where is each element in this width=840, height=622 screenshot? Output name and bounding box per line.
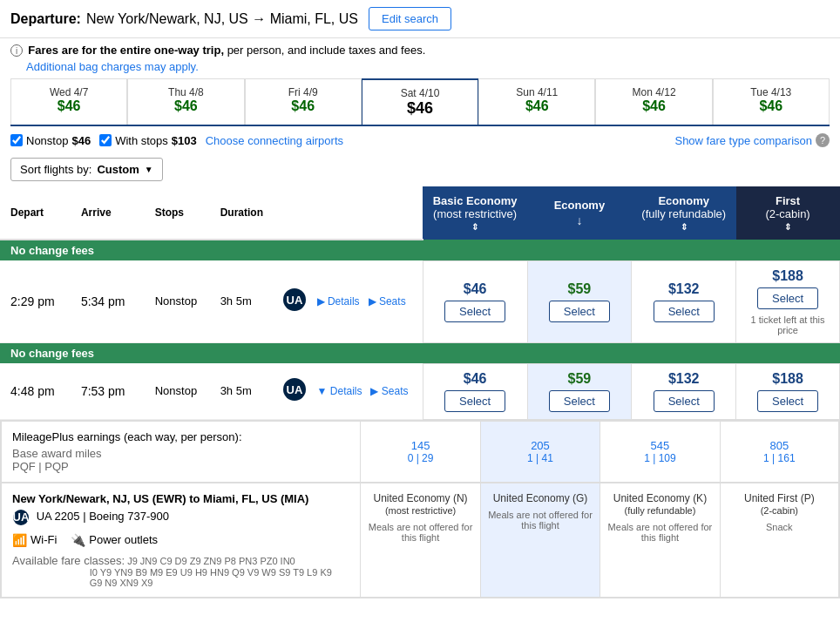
- date-tab-4[interactable]: Sun 4/11 $46: [478, 78, 595, 125]
- first-miles: 805: [726, 439, 833, 452]
- economy-fare-type: United Economy (G): [486, 492, 594, 504]
- no-change-fees-2: No change fees: [0, 342, 840, 363]
- economy-pqf: 1 | 41: [486, 452, 594, 464]
- united-logo-icon-2: UA: [282, 377, 307, 402]
- details-link-1[interactable]: ▶ Details: [317, 295, 360, 308]
- stops-2: Nonstop: [148, 363, 213, 419]
- wifi-label: Wi-Fi: [30, 533, 57, 546]
- col-depart-header: Depart: [0, 187, 74, 240]
- date-label-6: Tue 4/13: [714, 86, 829, 98]
- sort-button[interactable]: Sort flights by: Custom ▼: [10, 158, 163, 181]
- base-award-label: Base award miles PQF | PQP: [12, 447, 349, 473]
- filter-bar: Nonstop $46 With stops $103 Choose conne…: [0, 126, 840, 154]
- bottom-info-section: MileagePlus earnings (each way, per pers…: [0, 420, 840, 598]
- aircraft: Boeing 737-900: [89, 510, 169, 523]
- select-basic-2[interactable]: Select: [444, 390, 505, 412]
- eco-ref-miles: 545: [606, 439, 714, 452]
- date-label-5: Mon 4/12: [596, 86, 711, 98]
- first-price-2: $188: [742, 371, 834, 387]
- ticket-note-1: 1 ticket left at this price: [742, 314, 834, 335]
- economy-price-cell-2: $59 Select: [527, 363, 632, 419]
- date-price-3: $46: [362, 99, 478, 118]
- basic-price-cell-2: $46 Select: [423, 363, 527, 419]
- select-first-1[interactable]: Select: [757, 287, 818, 309]
- flight-row-2: 4:48 pm 7:53 pm Nonstop 3h 5m UA ▼ Detai…: [0, 363, 840, 419]
- additional-charges: Additional bag charges may apply.: [0, 58, 840, 78]
- economy-price-cell-1: $59 Select: [527, 260, 632, 342]
- depart-time-1: 2:29 pm: [0, 260, 74, 342]
- date-tab-2[interactable]: Fri 4/9 $46: [245, 78, 362, 125]
- select-first-2[interactable]: Select: [757, 390, 818, 412]
- section-header-row-2: No change fees: [0, 342, 840, 363]
- no-change-fees-1: No change fees: [0, 240, 840, 261]
- date-price-0: $46: [11, 98, 126, 114]
- united-small-icon: UA: [12, 509, 30, 526]
- eco-ref-price-2: $132: [637, 371, 730, 387]
- miles-table: MileagePlus earnings (each way, per pers…: [1, 421, 839, 483]
- first-fare-cell: United First (P)(2-cabin) Snack: [720, 483, 838, 597]
- airline-logo-1: UA: [279, 260, 310, 342]
- select-economy-2[interactable]: Select: [549, 390, 610, 412]
- sort-bar: Sort flights by: Custom ▼: [0, 154, 840, 186]
- additional-link[interactable]: Additional bag charges may apply.: [26, 60, 199, 73]
- eco-ref-price-1: $132: [637, 281, 730, 297]
- date-price-5: $46: [596, 98, 711, 114]
- date-tab-3[interactable]: Sat 4/10 $46: [362, 78, 478, 125]
- date-label-4: Sun 4/11: [479, 86, 594, 98]
- economy-label: Economy: [554, 199, 606, 212]
- select-eco-ref-1[interactable]: Select: [654, 301, 715, 322]
- sort-dropdown-icon: ▼: [145, 165, 153, 174]
- seats-link-2[interactable]: ▶ Seats: [370, 385, 408, 397]
- filter-left: Nonstop $46 With stops $103 Choose conne…: [10, 134, 343, 147]
- economy-miles-cell: 205 1 | 41: [480, 421, 600, 482]
- date-price-2: $46: [246, 98, 361, 114]
- first-price-cell-1: $188 Select 1 ticket left at this price: [736, 260, 840, 342]
- date-tab-0[interactable]: Wed 4/7 $46: [10, 78, 127, 125]
- flight-num: UA 2205: [37, 510, 80, 523]
- first-fare-type: United First (P)(2-cabin): [726, 492, 833, 517]
- select-economy-1[interactable]: Select: [549, 301, 610, 322]
- eco-ref-miles-cell: 545 1 | 109: [600, 421, 720, 482]
- eco-ref-price-cell-1: $132 Select: [632, 260, 736, 342]
- nonstop-checkbox-label[interactable]: Nonstop $46: [10, 134, 91, 147]
- fare-compare-link[interactable]: Show fare type comparison: [674, 134, 812, 147]
- sort-icon-basic: ⇕: [429, 222, 522, 232]
- basic-price-cell-1: $46 Select: [423, 260, 527, 342]
- eco-ref-pqf: 1 | 109: [606, 452, 714, 464]
- first-label: First(2-cabin): [765, 194, 810, 220]
- date-label-2: Fri 4/9: [246, 86, 361, 98]
- with-stops-checkbox-label[interactable]: With stops $103: [99, 134, 197, 147]
- help-icon: ?: [816, 133, 830, 147]
- wifi-icon: 📶: [12, 533, 27, 547]
- arrive-time-2: 7:53 pm: [74, 363, 148, 419]
- date-price-4: $46: [479, 98, 594, 114]
- details-link-2[interactable]: ▼ Details: [317, 385, 362, 397]
- first-meal: Snack: [726, 522, 833, 532]
- connecting-airports-link[interactable]: Choose connecting airports: [206, 134, 343, 147]
- col-duration-header: Duration: [213, 187, 279, 240]
- route-table: New York/Newark, NJ, US (EWR) to Miami, …: [1, 483, 839, 598]
- select-eco-ref-2[interactable]: Select: [654, 390, 715, 412]
- first-miles-cell: 805 1 | 161: [720, 421, 838, 482]
- date-price-6: $46: [714, 98, 829, 114]
- route-row: New York/Newark, NJ, US (EWR) to Miami, …: [2, 483, 839, 597]
- first-price-cell-2: $188 Select: [736, 363, 840, 419]
- united-logo-icon: UA: [282, 287, 307, 312]
- miles-label-cell: MileagePlus earnings (each way, per pers…: [2, 421, 361, 482]
- date-tab-5[interactable]: Mon 4/12 $46: [595, 78, 712, 125]
- nonstop-label: Nonstop: [26, 134, 68, 147]
- route-info-cell: New York/Newark, NJ, US (EWR) to Miami, …: [2, 483, 361, 597]
- col-spacer: [279, 187, 310, 240]
- arrive-time-1: 5:34 pm: [74, 260, 148, 342]
- first-price-1: $188: [742, 268, 834, 284]
- nonstop-checkbox[interactable]: [10, 134, 23, 146]
- sort-label: Sort flights by:: [20, 163, 91, 176]
- date-tab-6[interactable]: Tue 4/13 $46: [713, 78, 830, 125]
- edit-search-button[interactable]: Edit search: [369, 7, 451, 30]
- date-tab-1[interactable]: Thu 4/8 $46: [127, 78, 244, 125]
- select-basic-1[interactable]: Select: [444, 301, 505, 322]
- airline-logo-2: UA: [279, 363, 310, 419]
- with-stops-checkbox[interactable]: [99, 134, 112, 146]
- col-arrive-header: Arrive: [74, 187, 148, 240]
- seats-link-1[interactable]: ▶ Seats: [369, 295, 406, 308]
